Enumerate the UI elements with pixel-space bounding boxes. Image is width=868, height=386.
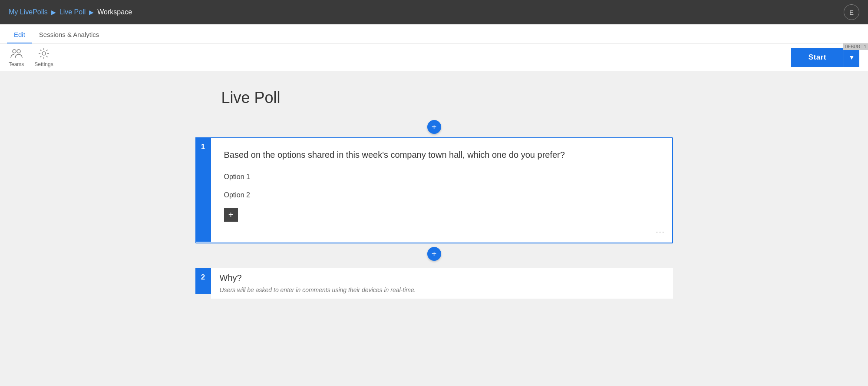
breadcrumb-current: Workspace [97,8,132,16]
teams-label: Teams [9,61,24,67]
breadcrumb: My LivePolls ▶ Live Poll ▶ Workspace [9,8,844,16]
add-option-button[interactable]: + [224,208,238,222]
add-question-above: + [195,120,673,134]
breadcrumb-poll[interactable]: Live Poll [59,8,86,16]
question-number-2: 2 [195,268,211,294]
tab-bar: Edit Sessions & Analytics [0,24,868,43]
more-options-button[interactable]: ··· [656,227,665,236]
content-area: Live Poll + 1 Based on the options share… [195,80,673,377]
main-content: Live Poll + 1 Based on the options share… [0,71,868,386]
question-body-2: Why? Users will be asked to enter in com… [211,268,673,299]
svg-point-2 [42,52,46,55]
question-text-1: Based on the options shared in this week… [224,149,662,161]
settings-label: Settings [34,61,53,67]
option-2: Option 2 [224,190,662,201]
add-question-below-button[interactable]: + [427,247,441,261]
option-1: Option 1 [224,171,662,183]
start-button[interactable]: Start [791,48,844,67]
question-card-2: 2 Why? Users will be asked to enter in c… [195,268,673,299]
add-question-above-button[interactable]: + [427,120,441,134]
add-question-below: + [195,247,673,261]
tab-sessions[interactable]: Sessions & Analytics [32,27,106,43]
debug-badge: DEBUG : 1 [843,43,868,50]
user-avatar[interactable]: E [844,4,859,20]
svg-point-1 [17,50,20,53]
question-number-1: 1 [195,137,211,242]
toolbar-right: Start ▼ [791,48,859,67]
breadcrumb-arrow-2: ▶ [89,9,94,16]
top-bar: My LivePolls ▶ Live Poll ▶ Workspace E [0,0,868,24]
toolbar: Teams Settings Start ▼ DEBUG : 1 [0,43,868,71]
breadcrumb-home[interactable]: My LivePolls [9,8,48,16]
breadcrumb-arrow-1: ▶ [51,9,56,16]
toolbar-settings[interactable]: Settings [34,47,53,67]
tab-edit[interactable]: Edit [7,27,32,43]
start-dropdown-button[interactable]: ▼ [844,48,859,67]
question-card-1: 1 Based on the options shared in this we… [195,137,673,243]
toolbar-teams[interactable]: Teams [9,47,24,67]
svg-point-0 [13,50,16,53]
question-body-1: Based on the options shared in this week… [224,149,662,222]
question-subtitle-2: Users will be asked to enter in comments… [220,286,664,293]
question-title-2: Why? [220,273,664,283]
chevron-down-icon: ▼ [849,54,855,61]
teams-icon [10,47,23,60]
settings-icon [38,47,50,60]
poll-title: Live Poll [221,89,673,107]
